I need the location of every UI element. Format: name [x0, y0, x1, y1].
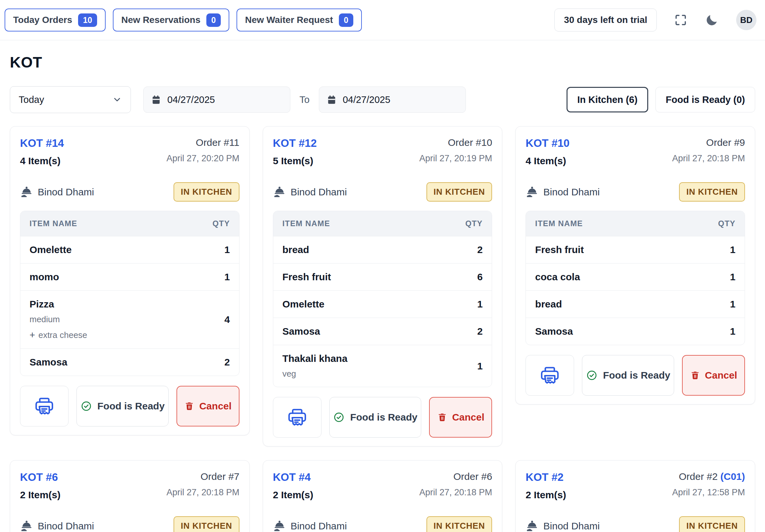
- food-is-ready-label: Food is Ready: [603, 370, 670, 381]
- card-actions: Food is Ready Cancel: [273, 397, 492, 437]
- card-header: KOT #2 2 Item(s) Order #2 (C01) April 27…: [525, 469, 745, 500]
- today-orders-label: Today Orders: [13, 15, 72, 25]
- chevron-down-icon: [112, 95, 122, 105]
- topbar: Today Orders 10 New Reservations 0 New W…: [0, 0, 765, 40]
- order-number: Order #11: [167, 137, 240, 148]
- date-range-selected-value: Today: [19, 95, 44, 105]
- waiter-row: Binod Dhami IN KITCHEN: [273, 182, 492, 202]
- order-timestamp: April 27, 12:58 PM: [672, 487, 745, 498]
- item-row: bread 1: [526, 290, 745, 318]
- col-item-name: ITEM NAME: [535, 219, 583, 228]
- items-count: 2 Item(s): [273, 489, 313, 500]
- date-to-value: 04/27/2025: [343, 95, 390, 105]
- items-count: 4 Item(s): [20, 155, 64, 166]
- tab-in-kitchen[interactable]: In Kitchen (6): [566, 87, 648, 113]
- item-row: Fresh fruit 6: [273, 263, 492, 290]
- dark-mode-toggle[interactable]: [705, 13, 719, 27]
- col-qty: QTY: [213, 219, 230, 228]
- waiter: Binod Dhami: [525, 185, 600, 199]
- new-waiter-request-button[interactable]: New Waiter Request 0: [237, 9, 362, 32]
- card-header: KOT #6 2 Item(s) Order #7 April 27, 20:1…: [20, 469, 240, 500]
- avatar-initials: BD: [740, 15, 753, 25]
- calendar-icon: [327, 95, 337, 105]
- cancel-label: Cancel: [199, 400, 231, 412]
- order-number: Order #2 (C01): [672, 471, 745, 482]
- food-is-ready-label: Food is Ready: [350, 412, 417, 423]
- order-number: Order #6: [419, 471, 492, 482]
- food-is-ready-button[interactable]: Food is Ready: [330, 397, 421, 437]
- print-kot-button[interactable]: [273, 397, 322, 437]
- item-variant: veg: [283, 369, 348, 379]
- user-avatar[interactable]: BD: [736, 10, 756, 30]
- printer-icon: [539, 365, 561, 386]
- fullscreen-button[interactable]: [674, 13, 688, 27]
- status-badge: IN KITCHEN: [426, 516, 492, 532]
- print-kot-button[interactable]: [20, 386, 69, 426]
- kot-card-10: KOT #10 4 Item(s) Order #9 April 27, 20:…: [515, 126, 755, 404]
- waiter: Binod Dhami: [20, 185, 94, 199]
- topbar-right: 30 days left on trial BD: [554, 9, 756, 32]
- waiter-name: Binod Dhami: [291, 521, 347, 532]
- trial-days-button[interactable]: 30 days left on trial: [554, 9, 657, 32]
- order-table-code: (C01): [718, 471, 745, 482]
- date-from-input[interactable]: 04/27/2025: [143, 87, 290, 113]
- check-circle-icon: [80, 400, 92, 412]
- items-table: ITEM NAME QTY Omelette 1 momo 1 Pizza: [20, 211, 240, 376]
- to-label: To: [300, 95, 310, 105]
- food-is-ready-button[interactable]: Food is Ready: [76, 386, 169, 426]
- order-timestamp: April 27, 20:18 PM: [167, 487, 240, 498]
- order-number: Order #7: [167, 471, 240, 482]
- waiter-name: Binod Dhami: [543, 186, 600, 198]
- waiter-name: Binod Dhami: [38, 521, 94, 532]
- col-qty: QTY: [718, 219, 735, 228]
- date-to-input[interactable]: 04/27/2025: [319, 87, 466, 113]
- trial-days-label: 30 days left on trial: [564, 15, 647, 25]
- new-waiter-request-count-badge: 0: [339, 13, 353, 27]
- cancel-kot-button[interactable]: Cancel: [682, 355, 745, 396]
- items-table-header: ITEM NAME QTY: [20, 211, 239, 236]
- kot-card-grid: KOT #14 4 Item(s) Order #11 April 27, 20…: [10, 126, 755, 532]
- kot-number-link[interactable]: KOT #2: [525, 471, 566, 483]
- card-header: KOT #4 2 Item(s) Order #6 April 27, 20:1…: [273, 469, 492, 500]
- waiter-row: Binod Dhami IN KITCHEN: [273, 516, 492, 532]
- card-header: KOT #12 5 Item(s) Order #10 April 27, 20…: [273, 135, 492, 166]
- kot-number-link[interactable]: KOT #14: [20, 137, 64, 149]
- kot-number-link[interactable]: KOT #12: [273, 137, 317, 149]
- new-reservations-count-badge: 0: [206, 13, 221, 27]
- kot-number-link[interactable]: KOT #6: [20, 471, 60, 483]
- trash-icon: [690, 370, 700, 381]
- date-from-value: 04/27/2025: [167, 95, 215, 105]
- waiter-cloche-icon: [525, 520, 539, 532]
- food-is-ready-label: Food is Ready: [97, 400, 165, 412]
- calendar-icon: [151, 95, 161, 105]
- cancel-kot-button[interactable]: Cancel: [177, 386, 240, 426]
- tab-food-is-ready[interactable]: Food is Ready (0): [655, 87, 755, 113]
- food-is-ready-button[interactable]: Food is Ready: [582, 355, 674, 396]
- order-number: Order #9: [672, 137, 745, 148]
- status-badge: IN KITCHEN: [426, 182, 492, 202]
- kot-number-link[interactable]: KOT #10: [525, 137, 569, 149]
- new-reservations-button[interactable]: New Reservations 0: [113, 9, 229, 32]
- card-header: KOT #10 4 Item(s) Order #9 April 27, 20:…: [525, 135, 745, 166]
- status-badge: IN KITCHEN: [174, 516, 240, 532]
- kot-card-4: KOT #4 2 Item(s) Order #6 April 27, 20:1…: [263, 460, 502, 532]
- date-range-select[interactable]: Today: [10, 86, 131, 113]
- item-row: Omelette 1: [20, 236, 239, 263]
- today-orders-button[interactable]: Today Orders 10: [5, 9, 106, 32]
- waiter-row: Binod Dhami IN KITCHEN: [525, 182, 745, 202]
- waiter-name: Binod Dhami: [291, 186, 347, 198]
- items-table-header: ITEM NAME QTY: [273, 211, 492, 236]
- cancel-kot-button[interactable]: Cancel: [429, 397, 492, 437]
- waiter-cloche-icon: [525, 185, 539, 199]
- new-waiter-request-label: New Waiter Request: [245, 15, 333, 25]
- status-badge: IN KITCHEN: [679, 516, 745, 532]
- printer-icon: [33, 395, 55, 417]
- status-badge: IN KITCHEN: [174, 182, 240, 202]
- order-number: Order #10: [419, 137, 492, 148]
- item-variant: medium: [30, 314, 87, 325]
- kot-number-link[interactable]: KOT #4: [273, 471, 313, 483]
- trash-icon: [437, 412, 447, 422]
- print-kot-button[interactable]: [525, 355, 574, 396]
- order-timestamp: April 27, 20:20 PM: [167, 153, 240, 163]
- kot-card-12: KOT #12 5 Item(s) Order #10 April 27, 20…: [263, 126, 502, 446]
